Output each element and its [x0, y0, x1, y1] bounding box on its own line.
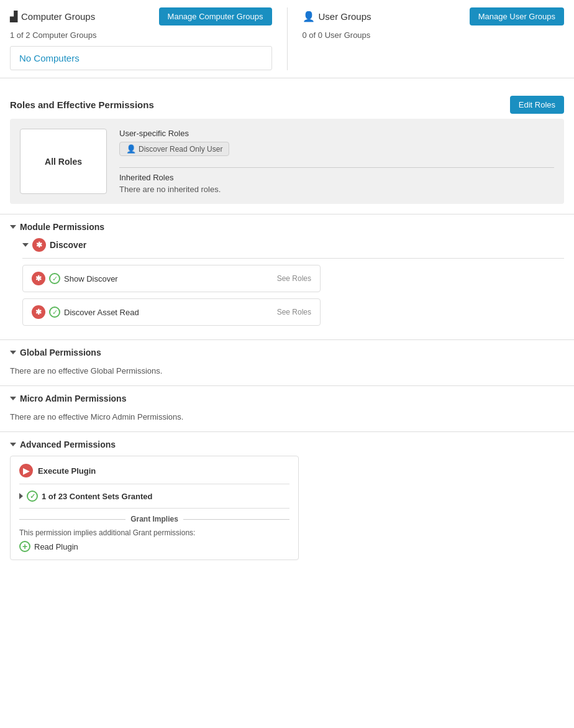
global-permissions-title: Global Permissions: [20, 348, 101, 357]
computer-icon: ▟: [10, 11, 17, 22]
no-computers-link[interactable]: No Computers: [19, 53, 80, 63]
discover-asset-read-text: Discover Asset Read: [64, 308, 139, 317]
show-discover-label: ✱ ✓ Show Discover: [32, 272, 118, 285]
grant-implies-line-left: [19, 519, 125, 520]
grant-implies-row: Grant Implies: [19, 515, 289, 523]
computer-groups-count: 1 of 2 Computer Groups: [10, 30, 272, 40]
show-discover-card: ✱ ✓ Show Discover See Roles: [22, 265, 321, 292]
discover-asset-read-label: ✱ ✓ Discover Asset Read: [32, 305, 139, 319]
show-discover-text: Show Discover: [64, 274, 118, 283]
micro-admin-permissions-title: Micro Admin Permissions: [20, 394, 126, 403]
vertical-divider: [287, 7, 288, 70]
module-permissions-section: Module Permissions ✱ Discover ✱ ✓ Show D…: [0, 214, 574, 339]
micro-admin-permissions-header[interactable]: Micro Admin Permissions: [10, 394, 564, 403]
implies-text: This permission implies additional Grant…: [19, 528, 289, 537]
advanced-permissions-header[interactable]: Advanced Permissions: [10, 440, 564, 449]
discover-header[interactable]: ✱ Discover: [22, 238, 564, 252]
module-permissions-title: Module Permissions: [20, 222, 104, 232]
user-groups-panel: 👤 User Groups Manage User Groups 0 of 0 …: [303, 7, 565, 70]
no-computers-box: No Computers: [10, 46, 272, 70]
discover-asset-read-check: ✓: [49, 306, 60, 318]
computer-groups-panel: ▟ Computer Groups Manage Computer Groups…: [10, 7, 272, 70]
show-discover-check: ✓: [49, 273, 60, 284]
micro-admin-permissions-section: Micro Admin Permissions There are no eff…: [0, 385, 574, 431]
module-permissions-header[interactable]: Module Permissions: [10, 222, 564, 232]
user-groups-icon: 👤: [303, 11, 315, 22]
roles-section: Roles and Effective Permissions Edit Rol…: [0, 86, 574, 204]
global-permissions-arrow: [10, 351, 16, 354]
execute-plugin-divider: [19, 484, 289, 484]
edit-roles-button[interactable]: Edit Roles: [510, 96, 564, 114]
discover-asset-read-card: ✱ ✓ Discover Asset Read See Roles: [22, 298, 321, 326]
roles-section-title: Roles and Effective Permissions: [10, 99, 154, 110]
all-roles-label: All Roles: [45, 157, 82, 167]
manage-computer-groups-button[interactable]: Manage Computer Groups: [159, 7, 272, 25]
micro-admin-permissions-empty: There are no effective Micro Admin Permi…: [10, 410, 564, 424]
discover-divider: [22, 258, 564, 259]
content-sets-label: 1 of 23 Content Sets Granted: [42, 492, 152, 501]
advanced-permissions-section: Advanced Permissions ▶ Execute Plugin ✓ …: [0, 431, 574, 568]
roles-details: User-specific Roles 👤 Discover Read Only…: [119, 129, 554, 194]
advanced-permissions-arrow: [10, 443, 16, 446]
discover-asset-read-see-roles[interactable]: See Roles: [277, 308, 311, 316]
global-permissions-empty: There are no effective Global Permission…: [10, 364, 564, 378]
show-discover-see-roles[interactable]: See Roles: [277, 274, 311, 283]
advanced-permissions-title: Advanced Permissions: [20, 440, 116, 449]
advanced-card: ▶ Execute Plugin ✓ 1 of 23 Content Sets …: [10, 456, 299, 560]
discover-title: Discover: [50, 240, 86, 250]
manage-user-groups-button[interactable]: Manage User Groups: [470, 7, 564, 25]
grant-implies-line-right: [183, 519, 289, 520]
role-tag-label: Discover Read Only User: [139, 145, 222, 154]
read-plugin-label: Read Plugin: [34, 542, 78, 551]
roles-box: All Roles User-specific Roles 👤 Discover…: [10, 119, 564, 204]
role-tag-icon: 👤: [126, 144, 136, 154]
execute-plugin-icon: ▶: [19, 464, 33, 477]
discover-subsection: ✱ Discover ✱ ✓ Show Discover See Roles ✱…: [22, 238, 564, 326]
grant-implies-text: Grant Implies: [130, 515, 178, 523]
roles-divider: [119, 167, 554, 168]
read-plugin-row: + Read Plugin: [19, 541, 289, 552]
discover-arrow: [22, 243, 29, 247]
computer-groups-title: ▟ Computer Groups: [10, 11, 95, 22]
all-roles-box: All Roles: [20, 129, 107, 194]
user-groups-title: 👤 User Groups: [303, 11, 371, 22]
discover-icon: ✱: [32, 238, 46, 252]
user-groups-count: 0 of 0 User Groups: [303, 30, 565, 40]
read-plugin-plus-icon: +: [19, 541, 30, 552]
global-permissions-header[interactable]: Global Permissions: [10, 348, 564, 357]
content-sets-check: ✓: [27, 491, 38, 502]
discover-asset-read-icon: ✱: [32, 305, 45, 319]
inherited-roles-title: Inherited Roles: [119, 173, 554, 182]
content-sets-arrow[interactable]: [19, 493, 23, 499]
micro-admin-permissions-arrow: [10, 397, 16, 400]
user-specific-roles-title: User-specific Roles: [119, 129, 554, 138]
global-permissions-section: Global Permissions There are no effectiv…: [0, 339, 574, 385]
inherited-roles-empty: There are no inherited roles.: [119, 185, 554, 194]
role-tag[interactable]: 👤 Discover Read Only User: [119, 142, 229, 156]
module-permissions-arrow: [10, 225, 16, 229]
execute-plugin-header: ▶ Execute Plugin: [19, 464, 289, 477]
content-sets-divider: [19, 508, 289, 509]
show-discover-icon: ✱: [32, 272, 45, 285]
content-sets-row: ✓ 1 of 23 Content Sets Granted: [19, 491, 289, 502]
execute-plugin-title: Execute Plugin: [38, 466, 96, 476]
